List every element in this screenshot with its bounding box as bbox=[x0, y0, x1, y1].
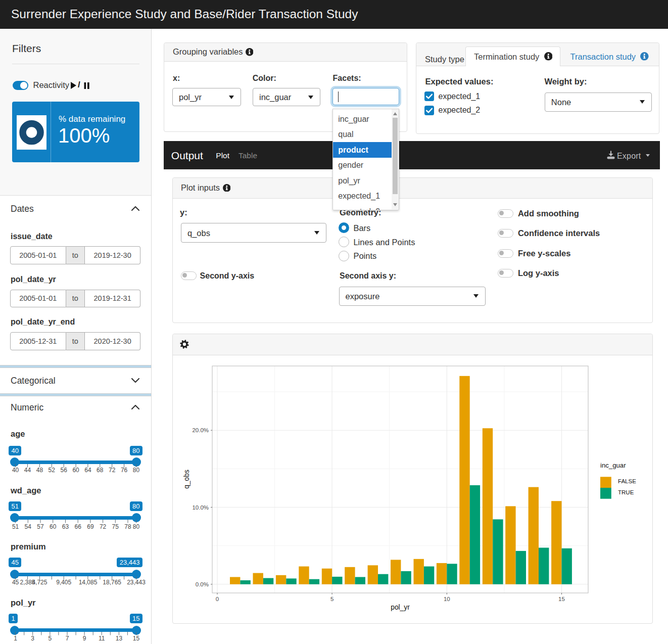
svg-text:10: 10 bbox=[444, 596, 450, 602]
svg-text:20.0%: 20.0% bbox=[192, 427, 209, 433]
svg-text:q_obs: q_obs bbox=[183, 470, 190, 489]
svg-text:FALSE: FALSE bbox=[618, 478, 636, 484]
svg-text:15: 15 bbox=[558, 596, 565, 602]
svg-text:0.0%: 0.0% bbox=[196, 581, 209, 587]
svg-text:TRUE: TRUE bbox=[618, 489, 634, 495]
svg-text:inc_guar: inc_guar bbox=[600, 462, 626, 469]
svg-text:10.0%: 10.0% bbox=[192, 504, 209, 511]
svg-text:pol_yr: pol_yr bbox=[391, 604, 410, 611]
svg-text:0: 0 bbox=[216, 596, 219, 602]
svg-text:5: 5 bbox=[330, 596, 333, 602]
